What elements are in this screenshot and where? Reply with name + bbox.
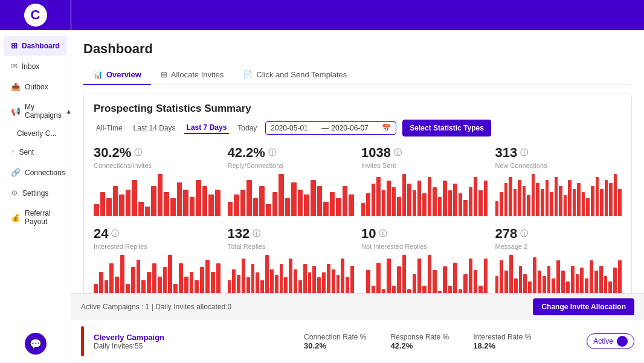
sidebar-item-connections[interactable]: 🔗 Connections	[4, 162, 67, 182]
sidebar-sub-label: Cleverly C...	[17, 129, 56, 138]
chat-icon: 💬	[30, 338, 42, 350]
metric-reply-info-icon[interactable]: ⓘ	[268, 147, 276, 158]
select-statistic-types-button[interactable]: Select Statistic Types	[402, 120, 491, 137]
tab-click-send[interactable]: 📄 Click and Send Templates	[233, 65, 356, 85]
metric-interested-info-icon[interactable]: ⓘ	[111, 228, 119, 239]
bar	[211, 272, 215, 293]
bar	[382, 190, 385, 216]
metric-message2-label: Message 2	[495, 243, 622, 250]
bar	[453, 184, 457, 216]
bar	[376, 177, 380, 216]
date-range-picker[interactable]: — 📅	[265, 121, 396, 135]
date-to-input[interactable]	[331, 124, 379, 132]
bar	[474, 270, 477, 293]
bar	[242, 259, 245, 293]
metric-interested-value: 24	[94, 226, 108, 242]
metric-total-replies: 132 ⓘ Total Replies	[228, 226, 355, 293]
dashboard-icon: ⊞	[11, 41, 18, 50]
date-from-input[interactable]	[271, 124, 319, 132]
sidebar-item-outbox[interactable]: 📤 Outbox	[4, 77, 67, 97]
filter-all-time[interactable]: All-Time	[94, 123, 125, 133]
bar	[397, 266, 401, 293]
metric-reply-label: Reply/Connections	[228, 162, 355, 169]
bar	[538, 271, 541, 293]
sidebar-item-cleverly[interactable]: Cleverly C...	[0, 126, 71, 141]
bar	[138, 202, 144, 216]
bar	[119, 194, 124, 216]
bar	[126, 190, 131, 216]
sidebar-item-settings[interactable]: ⚙ Settings	[4, 183, 67, 203]
metric-not-interested-chart	[361, 255, 488, 293]
filter-today[interactable]: Today	[235, 123, 259, 133]
calendar-icon[interactable]: 📅	[382, 124, 391, 132]
metric-new-conn-info-icon[interactable]: ⓘ	[520, 147, 528, 158]
bar	[518, 180, 521, 216]
sidebar-item-my-campaigns[interactable]: 📢 My Campaigns ▲	[4, 97, 67, 125]
bar	[576, 274, 579, 294]
stats-header: Prospecting Statistics Summary All-Time …	[94, 103, 622, 137]
metric-invites-info-icon[interactable]: ⓘ	[394, 147, 402, 158]
sidebar-item-referral[interactable]: 💰 Referral Payout	[4, 204, 67, 231]
filter-last-7[interactable]: Last 7 Days	[184, 122, 230, 134]
sidebar-item-settings-label: Settings	[22, 189, 48, 198]
bar	[285, 198, 291, 216]
bar	[600, 189, 604, 216]
metric-not-interested-info-icon[interactable]: ⓘ	[379, 228, 387, 239]
bar	[546, 180, 549, 216]
bar	[604, 276, 608, 293]
bar	[164, 192, 169, 216]
sidebar-item-dashboard-label: Dashboard	[22, 42, 60, 50]
bar	[514, 189, 517, 216]
metric-not-interested: 10 ⓘ Not Interested Replies	[361, 226, 488, 293]
bar	[428, 177, 431, 216]
bar	[543, 276, 546, 293]
bar	[519, 266, 523, 294]
bar	[291, 182, 297, 216]
bar	[168, 255, 172, 293]
bar	[308, 272, 312, 293]
campaign-accent-bar	[81, 326, 84, 356]
outbox-icon: 📤	[11, 82, 21, 91]
sidebar-item-inbox[interactable]: ✉ Inbox	[4, 56, 67, 76]
bottom-bar: Active Campaigns : 1 | Daily Invites all…	[71, 293, 644, 320]
bar	[152, 263, 156, 293]
bar	[266, 204, 271, 216]
metric-connections-info-icon[interactable]: ⓘ	[134, 147, 142, 158]
metric-reply-connections: 42.2% ⓘ Reply/Connections	[228, 145, 355, 216]
sidebar-item-sent[interactable]: ↑ Sent	[4, 142, 67, 162]
bar	[504, 183, 508, 216]
bar	[523, 274, 527, 294]
bar	[216, 263, 221, 293]
metric-invites-chart	[361, 174, 488, 216]
metric-message2-info-icon[interactable]: ⓘ	[520, 228, 528, 239]
bar	[559, 186, 562, 216]
sidebar-item-connections-label: Connections	[25, 169, 65, 177]
tab-overview[interactable]: 📊 Overview	[83, 65, 151, 85]
interested-rate-label: Interested Rate %	[473, 333, 531, 341]
response-rate-value: 42.2%	[391, 341, 449, 350]
metric-total-info-icon[interactable]: ⓘ	[253, 228, 260, 239]
sidebar-item-campaigns-label: My Campaigns	[25, 103, 62, 120]
campaign-status-toggle[interactable]: Active	[587, 333, 634, 349]
chat-button[interactable]: 💬	[25, 333, 47, 355]
bar	[280, 264, 283, 293]
bar	[566, 281, 570, 293]
bar	[113, 186, 118, 216]
filter-last-14[interactable]: Last 14 Days	[131, 123, 178, 133]
bar	[202, 186, 208, 216]
bar	[453, 263, 457, 293]
sidebar-item-outbox-label: Outbox	[25, 83, 48, 91]
date-separator: —	[321, 124, 329, 132]
bar	[573, 189, 576, 216]
change-invite-allocation-button[interactable]: Change Invite Allocation	[533, 298, 634, 315]
bar	[387, 259, 390, 293]
bar	[246, 277, 250, 293]
sidebar-item-dashboard[interactable]: ⊞ Dashboard	[4, 36, 67, 56]
bar	[215, 190, 221, 216]
campaign-name[interactable]: Cleverly Campaign	[94, 333, 294, 342]
bar	[330, 192, 335, 216]
bar	[509, 255, 513, 293]
campaign-interested-rate: Interested Rate % 18.2%	[473, 333, 531, 350]
bar	[433, 187, 436, 216]
tab-allocate-invites[interactable]: ⊞ Allocate Invites	[151, 65, 233, 85]
